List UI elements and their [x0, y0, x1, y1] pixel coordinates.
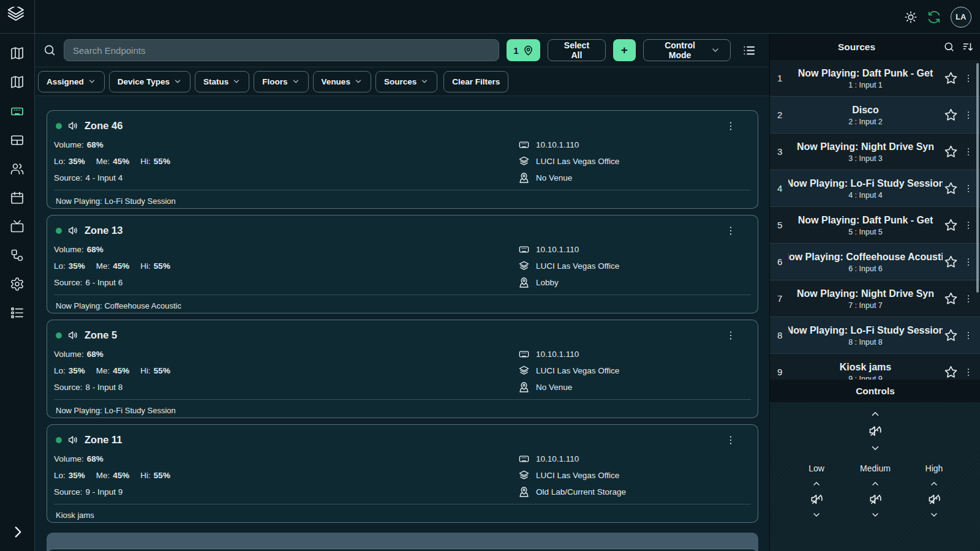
favorite-button[interactable]	[943, 70, 959, 86]
source-row-3[interactable]: 3 Now Playing: Night Drive Syn3 : Input …	[770, 133, 980, 170]
filter-status[interactable]: Status	[195, 71, 249, 92]
tv-icon	[10, 219, 24, 234]
top-bar: LA	[0, 0, 980, 34]
sources-search-button[interactable]	[943, 41, 955, 53]
zone-card-partial[interactable]	[47, 549, 758, 551]
chevron-up-icon	[928, 479, 940, 489]
filter-floors[interactable]: Floors	[254, 71, 308, 92]
favorite-button[interactable]	[943, 364, 959, 380]
me-label: Me:	[96, 157, 110, 166]
master-volume-down-button[interactable]	[869, 443, 882, 454]
hi-label: Hi:	[140, 261, 151, 271]
filter-assigned[interactable]: Assigned	[38, 71, 105, 92]
zone-title: Zone 11	[85, 434, 122, 446]
zone-card-zone-11[interactable]: Zone 11 Volume:68% Lo:35%Me:45%Hi:55% So…	[47, 424, 758, 523]
source-menu-button[interactable]	[962, 219, 975, 232]
source-menu-button[interactable]	[962, 182, 975, 195]
zone-card-zone-13[interactable]: Zone 13 Volume:68% Lo:35%Me:45%Hi:55% So…	[47, 215, 758, 313]
sidebar-item-map-1[interactable]	[5, 42, 29, 66]
sidebar-item-logs[interactable]	[5, 301, 29, 325]
sidebar-item-displays[interactable]	[5, 214, 29, 239]
view-list-button[interactable]	[742, 43, 756, 58]
ip-address: 10.10.1.110	[536, 454, 579, 463]
low-up-button[interactable]	[810, 479, 823, 489]
app-logo[interactable]	[0, 0, 35, 34]
medium-mute-button[interactable]	[869, 492, 883, 506]
source-menu-button[interactable]	[962, 72, 975, 85]
search-input[interactable]	[64, 39, 499, 61]
source-number: 4	[777, 183, 788, 193]
source-subtitle: 3 : Input 3	[788, 154, 943, 163]
source-menu-button[interactable]	[962, 108, 975, 122]
sidebar-item-workflows[interactable]	[5, 243, 29, 268]
select-all-button[interactable]: Select All	[548, 39, 605, 61]
sidebar-expand-button[interactable]	[0, 524, 35, 540]
zone-menu-button[interactable]	[725, 225, 737, 237]
master-mute-button[interactable]	[868, 424, 883, 438]
chevron-up-icon	[810, 479, 823, 489]
medium-up-button[interactable]	[869, 479, 881, 489]
medium-down-button[interactable]	[869, 510, 881, 520]
zone-card-zone-5[interactable]: Zone 5 Volume:68% Lo:35%Me:45%Hi:55% Sou…	[47, 320, 758, 418]
clear-filters-button[interactable]: Clear Filters	[443, 71, 508, 92]
favorite-button[interactable]	[943, 107, 959, 123]
master-volume-up-button[interactable]	[869, 408, 882, 419]
high-down-button[interactable]	[928, 510, 940, 520]
source-menu-button[interactable]	[962, 292, 975, 305]
filter-sources[interactable]: Sources	[375, 71, 437, 92]
filter-label: Status	[203, 77, 228, 86]
source-row-4[interactable]: 4 Now Playing: Lo-Fi Study Session4 : In…	[770, 170, 980, 207]
source-row-1[interactable]: 1 Now Playing: Daft Punk - Get1 : Input …	[770, 60, 980, 97]
favorite-button[interactable]	[943, 143, 959, 160]
filter-label: Device Types	[118, 77, 170, 86]
star-icon	[944, 181, 958, 195]
sidebar-item-schedule[interactable]	[5, 186, 29, 210]
favorite-button[interactable]	[943, 253, 959, 270]
favorite-button[interactable]	[943, 327, 959, 343]
source-row-6[interactable]: 6 Now Playing: Coffeehouse Acoustic6 : I…	[770, 244, 980, 280]
sidebar-item-users[interactable]	[5, 157, 29, 181]
zone-card-zone-46[interactable]: Zone 46 Volume:68% Lo:35%Me:45%Hi:55% So…	[47, 110, 758, 209]
filter-bar: Assigned Device Types Status Floors Venu…	[35, 67, 769, 96]
source-row-2[interactable]: 2 Disco2 : Input 2	[770, 97, 980, 133]
sources-sort-button[interactable]	[962, 41, 974, 53]
filter-device-types[interactable]: Device Types	[109, 71, 190, 92]
high-mute-button[interactable]	[927, 492, 941, 506]
control-mode-dropdown[interactable]: Control Mode	[643, 39, 731, 61]
chevron-down-icon	[928, 510, 940, 520]
source-row-9[interactable]: 9 Kiosk jams9 : Input 9	[770, 354, 980, 380]
volume-label: Volume:	[54, 350, 84, 359]
sidebar-item-endpoints-active[interactable]	[5, 99, 29, 124]
add-button[interactable]: +	[613, 39, 636, 61]
source-menu-button[interactable]	[962, 145, 975, 159]
sidebar-item-map-2[interactable]	[5, 70, 29, 95]
theme-toggle-button[interactable]	[904, 10, 918, 24]
high-up-button[interactable]	[928, 479, 940, 489]
selected-count-button[interactable]: 1	[507, 39, 540, 61]
low-mute-button[interactable]	[810, 492, 824, 506]
source-title: Now Playing: Lo-Fi Study Session	[788, 178, 943, 190]
avatar[interactable]: LA	[951, 7, 971, 28]
refresh-button[interactable]	[927, 10, 941, 24]
source-row-7[interactable]: 7 Now Playing: Night Drive Syn7 : Input …	[770, 280, 980, 317]
favorite-button[interactable]	[943, 217, 959, 233]
zone-menu-button[interactable]	[725, 120, 737, 132]
low-down-button[interactable]	[810, 510, 823, 520]
layers-icon	[518, 470, 530, 481]
sidebar-item-settings[interactable]	[5, 272, 29, 296]
favorite-button[interactable]	[943, 180, 959, 197]
source-menu-button[interactable]	[962, 255, 975, 269]
source-row-8[interactable]: 8 Now Playing: Lo-Fi Study Session8 : In…	[770, 317, 980, 354]
favorite-button[interactable]	[943, 290, 959, 307]
sidebar-item-layouts[interactable]	[5, 128, 29, 152]
source-row-5[interactable]: 5 Now Playing: Daft Punk - Get5 : Input …	[770, 207, 980, 244]
filter-venues[interactable]: Venues	[313, 71, 371, 92]
me-label: Me:	[96, 261, 110, 271]
source-menu-button[interactable]	[962, 365, 975, 379]
zone-menu-button[interactable]	[725, 329, 737, 342]
source-menu-button[interactable]	[962, 329, 975, 342]
ethernet-port-icon	[10, 104, 24, 119]
sources-scrollbar[interactable]	[976, 63, 979, 293]
star-icon	[944, 71, 958, 85]
zone-menu-button[interactable]	[725, 434, 737, 446]
